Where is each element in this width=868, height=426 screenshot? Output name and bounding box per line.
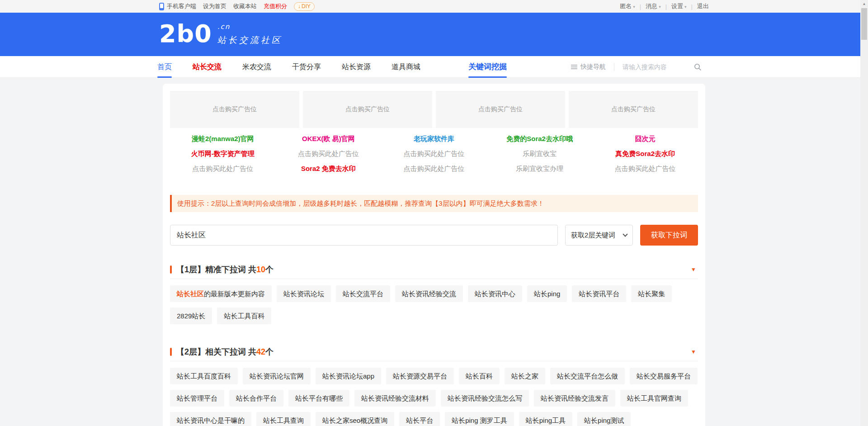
section-accent-bar [170,265,172,274]
divider: | [640,3,641,10]
keyword-chip[interactable]: 站长资讯经验交流 [395,285,463,302]
keyword-chip[interactable]: 站长工具百科 [217,308,271,324]
recharge-points-link[interactable]: 充值积分 [264,2,287,10]
top-utility-bar: 手机客户端 设为首页 收藏本站 充值积分 ↓ DIY 匿名▾ | 消息▾ | 设… [0,0,868,13]
anonymous-menu[interactable]: 匿名▾ [620,2,635,10]
query-row: 获取2层关键词 获取下拉词 [170,225,698,246]
ad-text-link[interactable]: 点击购买此处广告位 [592,164,698,173]
keyword-input[interactable] [170,225,558,246]
ad-text-link[interactable]: 点击购买此处广告位 [276,149,382,158]
diy-button[interactable]: ↓ DIY [294,2,315,11]
logout-link[interactable]: 退出 [697,2,709,10]
ad-slot[interactable]: 点击购买广告位 [170,91,299,128]
ad-text-link[interactable]: 点击购买此处广告位 [381,149,487,158]
ad-text-link[interactable]: 免费的Sora2去水印哦 [487,134,593,143]
ad-slot[interactable]: 点击购买广告位 [569,91,698,128]
keyword-chip[interactable]: 站长资讯中心 [468,285,522,302]
keyword-chip[interactable]: 站长百科 [459,368,500,384]
ad-text-link[interactable]: 乐刷宜收宝 [487,149,593,158]
scrollbar-up-arrow[interactable]: ▲ [860,0,868,8]
keyword-chip[interactable]: 2829站长 [170,308,212,324]
nav-item-home[interactable]: 首页 [157,56,172,78]
messages-menu[interactable]: 消息▾ [646,2,661,10]
scrollbar-thumb[interactable] [861,8,867,40]
nav-item-keyword-mining[interactable]: 关键词挖掘 [468,56,507,78]
search-icon[interactable] [694,63,702,71]
keyword-chip[interactable]: 站长平台有哪些 [288,390,349,407]
keyword-chip[interactable]: 站长ping工具 [519,412,572,426]
keyword-chip[interactable]: 站长合作平台 [229,390,283,407]
keyword-chip[interactable]: 站长之家 [505,368,545,384]
keyword-chip[interactable]: 站长之家seo概况查询 [316,412,394,426]
nav-item-domain-exchange[interactable]: 米农交流 [242,56,271,78]
keyword-chip[interactable]: 站长社区的最新版本更新内容 [170,285,272,302]
keyword-chip[interactable]: 站长工具百度百科 [170,368,238,384]
keyword-chip[interactable]: 站长资讯经验交流材料 [354,390,436,407]
keyword-chip[interactable]: 站长交流平台怎么做 [550,368,625,384]
keyword-chip[interactable]: 站长ping 测罗工具 [445,412,514,426]
ad-text-link[interactable]: Sora2 免费去水印 [276,164,382,173]
keyword-chip[interactable]: 站长ping [527,285,567,302]
ad-text-link[interactable]: 乐刷宜收宝办理 [487,164,593,173]
chevron-down-icon [623,232,627,237]
ad-text-link[interactable]: 点击购买此处广告位 [170,164,276,173]
keyword-chip[interactable]: 站长交易服务平台 [630,368,698,384]
nav-item-webmaster-resources[interactable]: 站长资源 [342,56,371,78]
ad-text-link[interactable]: 真免费Sora2去水印 [592,149,698,158]
ad-slot[interactable]: 点击购买广告位 [436,91,565,128]
ad-slots-row: 点击购买广告位 点击购买广告位 点击购买广告位 点击购买广告位 [170,91,698,128]
content-card: 点击购买广告位 点击购买广告位 点击购买广告位 点击购买广告位 漫蛙2(manw… [163,84,705,426]
nav-search-input[interactable] [623,63,690,71]
section-accent-bar [170,348,172,356]
divider [170,279,698,279]
quick-nav-button[interactable]: 快捷导航 [571,63,606,71]
site-logo[interactable]: 2b0 .cn 站长交流社区 [159,20,283,48]
keyword-chip[interactable]: 站长交流平台 [336,285,390,302]
chevron-down-icon: ▾ [684,5,687,9]
keyword-chip[interactable]: 站长ping测试 [577,412,631,426]
section-level2: 【2层】相关下拉词 共42个 ▼ 站长工具百度百科站长资讯论坛官网站长资讯论坛a… [170,347,698,426]
ad-text-link[interactable]: 漫蛙2(manwa2)官网 [170,134,276,143]
nav-item-tips-share[interactable]: 干货分享 [292,56,321,78]
keyword-chips: 站长工具百度百科站长资讯论坛官网站长资讯论坛app站长资源交易平台站长百科站长之… [170,368,698,426]
nav-item-props-mall[interactable]: 道具商城 [392,56,420,78]
logo-text: 2b0 [159,20,212,48]
keyword-chip[interactable]: 站长资讯论坛 [277,285,331,302]
keyword-chip[interactable]: 站长工具官网查询 [620,390,688,407]
section-level1: 【1层】精准下拉词 共10个 ▼ 站长社区的最新版本更新内容站长资讯论坛站长交流… [170,265,698,324]
collapse-triangle-icon[interactable]: ▼ [691,349,696,355]
collapse-triangle-icon[interactable]: ▼ [691,266,696,273]
ad-slot[interactable]: 点击购买广告位 [303,91,432,128]
set-homepage-link[interactable]: 设为首页 [203,2,226,10]
divider [170,361,698,361]
keyword-chip[interactable]: 站长资讯论坛官网 [243,368,311,384]
download-arrow-icon: ↓ [298,3,301,9]
keyword-chip[interactable]: 站长工具查询 [256,412,311,426]
scrollbar[interactable]: ▲ [860,0,868,426]
divider: | [691,3,693,10]
keyword-chip[interactable]: 站长管理平台 [170,390,224,407]
ad-text-link[interactable]: 火币网-数字资产管理 [170,149,276,158]
keyword-chip[interactable]: 站长资讯论坛app [316,368,381,384]
keyword-chip[interactable]: 站长聚集 [631,285,672,302]
result-count: 42 [256,347,265,356]
ad-text-link[interactable]: 点击购买此处广告位 [381,164,487,173]
keyword-chip[interactable]: 站长资源交易平台 [386,368,454,384]
keyword-chips: 站长社区的最新版本更新内容站长资讯论坛站长交流平台站长资讯经验交流站长资讯中心站… [170,285,698,324]
keyword-chip[interactable]: 站长资讯平台 [572,285,626,302]
mobile-client-link[interactable]: 手机客户端 [167,2,196,10]
ad-text-link[interactable]: OKEX(欧 易)官网 [276,134,382,143]
list-icon [571,66,577,67]
keyword-chip[interactable]: 站长资讯中心是干嘛的 [170,412,251,426]
get-suggestions-button[interactable]: 获取下拉词 [640,225,698,246]
settings-menu[interactable]: 设置▾ [671,2,687,10]
ad-text-link[interactable]: 老玩家软件库 [381,134,487,143]
keyword-chip[interactable]: 站长平台 [399,412,440,426]
depth-select[interactable]: 获取2层关键词 [565,225,633,246]
keyword-chip[interactable]: 站长资讯经验交流发言 [534,390,615,407]
ad-text-link[interactable]: 囧次元 [592,134,698,143]
keyword-chip[interactable]: 站长资讯经验交流怎么写 [441,390,529,407]
bookmark-site-link[interactable]: 收藏本站 [233,2,257,10]
divider: | [665,3,667,10]
nav-item-webmaster-exchange[interactable]: 站长交流 [193,56,222,78]
